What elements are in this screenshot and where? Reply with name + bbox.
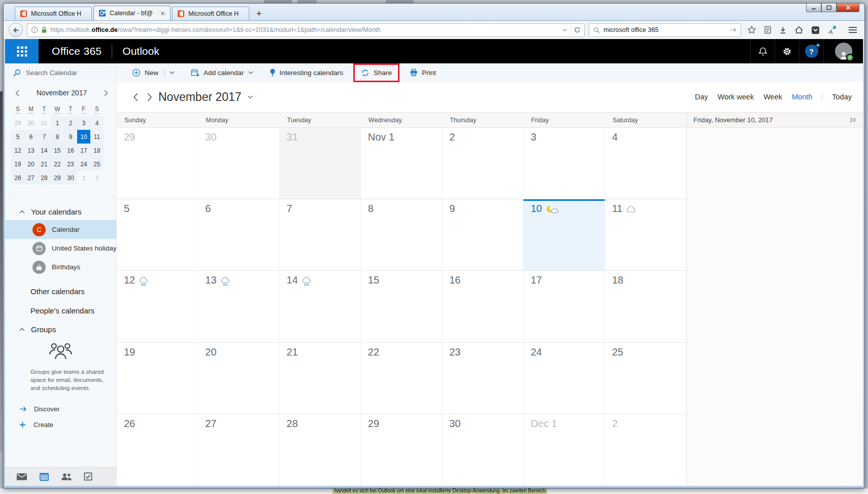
- calendar-title[interactable]: November 2017: [158, 90, 242, 104]
- day-cell[interactable]: 23: [442, 343, 523, 414]
- mini-calendar-day[interactable]: 19: [11, 157, 24, 171]
- pocket-icon[interactable]: [811, 26, 820, 34]
- calendar-module-button[interactable]: [39, 472, 49, 481]
- mini-calendar-day[interactable]: 13: [24, 144, 38, 157]
- view-day[interactable]: Day: [695, 93, 708, 101]
- people-module-button[interactable]: [61, 473, 72, 481]
- extension-tools-icon[interactable]: [827, 25, 837, 34]
- browser-tab[interactable]: Microsoft Office H: [15, 7, 92, 20]
- mini-calendar-day[interactable]: 2: [64, 116, 77, 130]
- url-dropdown-icon[interactable]: [562, 28, 567, 31]
- day-cell[interactable]: 31: [280, 128, 361, 199]
- mini-calendar-day[interactable]: 4: [90, 116, 104, 130]
- your-calendars-section[interactable]: Your calendars: [19, 207, 116, 216]
- mini-calendar-day[interactable]: 29: [51, 171, 64, 185]
- day-cell[interactable]: 17: [523, 271, 605, 342]
- day-cell[interactable]: 30: [198, 128, 279, 199]
- next-month-icon[interactable]: [147, 93, 152, 101]
- day-cell[interactable]: 2: [605, 414, 686, 486]
- new-tab-button[interactable]: +: [251, 8, 268, 20]
- mini-calendar-day[interactable]: 14: [38, 144, 51, 157]
- groups-section[interactable]: Groups: [19, 325, 116, 334]
- day-cell[interactable]: 7: [280, 199, 361, 270]
- prev-month-icon[interactable]: [133, 93, 138, 101]
- mini-calendar-day[interactable]: 17: [77, 144, 90, 157]
- downloads-icon[interactable]: [779, 26, 787, 34]
- mini-calendar-day[interactable]: 1: [51, 116, 64, 130]
- day-cell[interactable]: 28: [280, 414, 361, 486]
- page-info-icon[interactable]: [31, 26, 38, 33]
- browser-tab[interactable]: Microsoft Office H: [172, 7, 249, 20]
- close-tab-icon[interactable]: [160, 11, 165, 16]
- day-cell[interactable]: 15: [361, 271, 442, 342]
- mini-calendar-day[interactable]: 24: [77, 157, 90, 171]
- agenda-body[interactable]: [687, 128, 863, 486]
- notifications-button[interactable]: [750, 39, 775, 63]
- calendar-title-chevron-icon[interactable]: [248, 95, 253, 99]
- new-button[interactable]: New: [132, 68, 175, 77]
- browser-search-field[interactable]: microsoft office 365: [589, 23, 741, 37]
- mini-calendar-day[interactable]: 29: [11, 116, 24, 130]
- search-calendar-field[interactable]: Search Calendar: [5, 63, 117, 82]
- mini-calendar-day[interactable]: 18: [90, 144, 104, 157]
- mini-calendar-day[interactable]: 30: [64, 171, 77, 185]
- day-cell[interactable]: Nov 1: [361, 128, 442, 199]
- day-cell[interactable]: 3: [523, 128, 605, 199]
- mini-calendar-day[interactable]: 31: [38, 116, 51, 130]
- calendar-list-item[interactable]: United States holidays: [5, 239, 116, 258]
- mini-calendar-day[interactable]: 20: [24, 157, 38, 171]
- day-cell[interactable]: 25: [605, 343, 686, 414]
- mini-calendar-day[interactable]: 12: [11, 144, 24, 157]
- day-cell[interactable]: 2: [442, 128, 523, 199]
- mini-calendar-day[interactable]: 23: [64, 157, 77, 171]
- reload-icon[interactable]: [574, 26, 581, 33]
- day-cell[interactable]: 29: [361, 414, 442, 486]
- mini-calendar-day[interactable]: 3: [77, 116, 90, 130]
- mini-calendar-day[interactable]: 22: [51, 157, 64, 171]
- day-cell[interactable]: 19: [117, 343, 198, 414]
- view-week[interactable]: Week: [763, 93, 782, 101]
- day-cell[interactable]: 29: [117, 128, 198, 199]
- day-cell[interactable]: 10: [523, 199, 605, 270]
- day-cell[interactable]: 21: [280, 343, 361, 414]
- maximize-button[interactable]: [821, 4, 837, 12]
- browser-tab[interactable]: Calendar - bf@: [93, 6, 171, 20]
- day-cell[interactable]: 5: [117, 199, 198, 270]
- create-group-link[interactable]: Create: [19, 421, 116, 429]
- add-calendar-button[interactable]: Add calendar: [191, 68, 253, 77]
- day-cell[interactable]: 27: [198, 414, 279, 486]
- avatar[interactable]: ✓: [835, 43, 852, 60]
- settings-button[interactable]: [775, 39, 799, 63]
- day-cell[interactable]: 14: [280, 271, 361, 342]
- back-button[interactable]: [9, 23, 23, 37]
- day-cell[interactable]: 8: [361, 199, 442, 270]
- mini-prev-month-icon[interactable]: [15, 90, 19, 96]
- url-bar[interactable]: https://outlook.office.de/owa/?realm=dig…: [27, 23, 585, 37]
- today-button[interactable]: Today: [832, 93, 852, 101]
- account-button[interactable]: ✓: [823, 39, 863, 63]
- peoples-calendars-label[interactable]: People's calendars: [30, 306, 116, 315]
- minimize-button[interactable]: [806, 4, 821, 12]
- mini-calendar-day[interactable]: 27: [24, 171, 38, 185]
- mini-calendar-day[interactable]: 8: [51, 130, 64, 144]
- other-calendars-label[interactable]: Other calendars: [30, 287, 116, 296]
- menu-hamburger-icon[interactable]: [848, 26, 857, 33]
- mini-calendar-day[interactable]: 28: [38, 171, 51, 185]
- print-button[interactable]: Print: [410, 68, 436, 77]
- close-window-button[interactable]: [837, 4, 859, 12]
- day-cell[interactable]: 26: [117, 414, 198, 486]
- day-cell[interactable]: 4: [605, 128, 686, 199]
- tasks-module-button[interactable]: [84, 472, 92, 481]
- day-cell[interactable]: 30: [442, 414, 523, 486]
- day-cell[interactable]: 6: [198, 199, 279, 270]
- mini-calendar-day[interactable]: 2: [90, 171, 104, 185]
- mini-calendar-day[interactable]: 26: [11, 171, 24, 185]
- day-cell[interactable]: Dec 1: [523, 414, 605, 486]
- mini-calendar-day[interactable]: 5: [11, 130, 24, 144]
- view-month[interactable]: Month: [792, 93, 812, 101]
- app-launcher-button[interactable]: [5, 39, 39, 63]
- day-cell[interactable]: 13: [198, 271, 279, 342]
- interesting-calendars-button[interactable]: Interesting calendars: [270, 68, 343, 77]
- collapse-agenda-icon[interactable]: [849, 117, 856, 123]
- mini-calendar-title[interactable]: November 2017: [37, 89, 87, 97]
